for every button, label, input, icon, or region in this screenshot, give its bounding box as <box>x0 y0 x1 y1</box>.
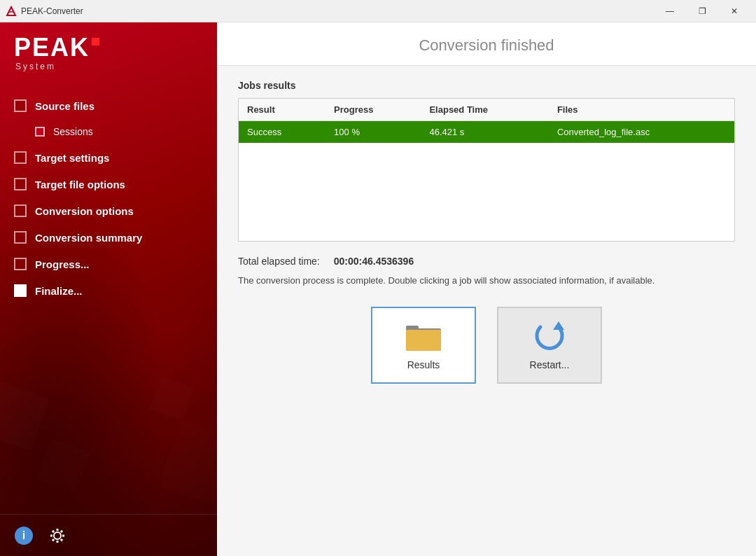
close-button[interactable]: ✕ <box>718 0 750 22</box>
results-icon <box>405 320 442 354</box>
restart-button[interactable]: Restart... <box>497 307 602 384</box>
maximize-button[interactable]: ❐ <box>686 0 718 22</box>
checkbox-source-files <box>14 99 27 112</box>
svg-rect-15 <box>406 330 441 351</box>
sidebar-label-conversion-summary: Conversion summary <box>35 232 142 244</box>
settings-button[interactable] <box>45 523 70 548</box>
sidebar-label-sessions: Sessions <box>53 126 93 137</box>
jobs-table: Result Progress Elapsed Time Files Succe… <box>239 99 734 241</box>
table-row[interactable]: Success 100 % 46.421 s Converted_log_fil… <box>239 121 734 144</box>
checkbox-sessions <box>35 127 45 137</box>
elapsed-label: Total elapsed time: <box>238 256 320 267</box>
checkbox-target-file-options <box>14 178 27 190</box>
sidebar-item-target-settings[interactable]: Target settings <box>0 144 217 171</box>
action-buttons: Results Restart... <box>238 307 735 384</box>
title-bar: PEAK-Converter — ❐ ✕ <box>0 0 756 22</box>
sidebar-item-finalize[interactable]: Finalize... <box>0 277 217 304</box>
sidebar-item-source-files[interactable]: Source files <box>0 92 217 119</box>
jobs-results-section-title: Jobs results <box>238 80 735 91</box>
elapsed-time-row: Total elapsed time: 00:00:46.4536396 <box>238 256 735 267</box>
col-progress: Progress <box>326 99 421 121</box>
table-empty-row <box>239 143 734 241</box>
svg-marker-0 <box>7 7 15 15</box>
cell-progress: 100 % <box>326 121 421 144</box>
sidebar-item-conversion-summary[interactable]: Conversion summary <box>0 224 217 251</box>
svg-line-11 <box>61 530 62 531</box>
col-result: Result <box>239 99 326 121</box>
sidebar-item-sessions[interactable]: Sessions <box>0 119 217 144</box>
sidebar: PEAK System Source files Sessions Target… <box>0 22 217 556</box>
checkbox-target-settings <box>14 151 27 164</box>
svg-text:i: i <box>22 529 25 541</box>
restart-button-label: Restart... <box>530 359 570 370</box>
sidebar-label-source-files: Source files <box>35 100 94 112</box>
col-elapsed-time: Elapsed Time <box>421 99 549 121</box>
sidebar-label-target-file-options: Target file options <box>35 179 125 190</box>
svg-line-9 <box>52 530 54 531</box>
col-files: Files <box>549 99 734 121</box>
checkbox-conversion-options <box>14 204 27 217</box>
svg-rect-14 <box>406 326 419 330</box>
sidebar-item-progress[interactable]: Progress... <box>0 251 217 277</box>
info-icon: i <box>14 526 34 545</box>
checkbox-conversion-summary <box>14 231 27 244</box>
sidebar-label-progress: Progress... <box>35 258 90 270</box>
content-area: Conversion finished Jobs results Result … <box>217 22 756 556</box>
app-icon <box>6 6 17 17</box>
completion-text: The conversion process is complete. Doub… <box>238 275 735 286</box>
sidebar-item-target-file-options[interactable]: Target file options <box>0 171 217 197</box>
window-controls: — ❐ ✕ <box>654 0 750 22</box>
cell-files: Converted_log_file.asc <box>549 121 734 144</box>
sidebar-label-conversion-options: Conversion options <box>35 205 134 217</box>
svg-point-4 <box>54 532 61 539</box>
window-title: PEAK-Converter <box>21 6 654 16</box>
sidebar-label-finalize: Finalize... <box>35 285 83 297</box>
svg-marker-16 <box>553 321 564 330</box>
content-header: Conversion finished <box>217 22 756 66</box>
results-button[interactable]: Results <box>371 307 476 384</box>
cell-result: Success <box>239 121 326 144</box>
content-title: Conversion finished <box>238 36 735 55</box>
logo-text: PEAK <box>14 35 90 60</box>
gear-icon <box>48 526 67 545</box>
sidebar-item-conversion-options[interactable]: Conversion options <box>0 197 217 224</box>
nav-items: Source files Sessions Target settings Ta… <box>0 85 217 514</box>
checkbox-finalize <box>14 284 27 297</box>
logo-accent-square <box>92 38 99 46</box>
svg-line-10 <box>61 538 62 540</box>
minimize-button[interactable]: — <box>654 0 686 22</box>
jobs-table-container: Result Progress Elapsed Time Files Succe… <box>238 98 735 242</box>
restart-icon <box>531 320 568 354</box>
cell-elapsed-time: 46.421 s <box>421 121 549 144</box>
logo-area: PEAK System <box>0 22 217 85</box>
sidebar-footer: i <box>0 514 217 556</box>
content-body: Jobs results Result Progress Elapsed Tim… <box>217 66 756 556</box>
results-button-label: Results <box>407 359 440 370</box>
logo-system: System <box>15 62 56 71</box>
svg-line-12 <box>52 538 54 540</box>
main-container: PEAK System Source files Sessions Target… <box>0 22 756 556</box>
checkbox-progress <box>14 258 27 270</box>
info-button[interactable]: i <box>11 523 36 548</box>
elapsed-value: 00:00:46.4536396 <box>334 256 414 267</box>
sidebar-label-target-settings: Target settings <box>35 152 109 164</box>
jobs-table-header: Result Progress Elapsed Time Files <box>239 99 734 121</box>
